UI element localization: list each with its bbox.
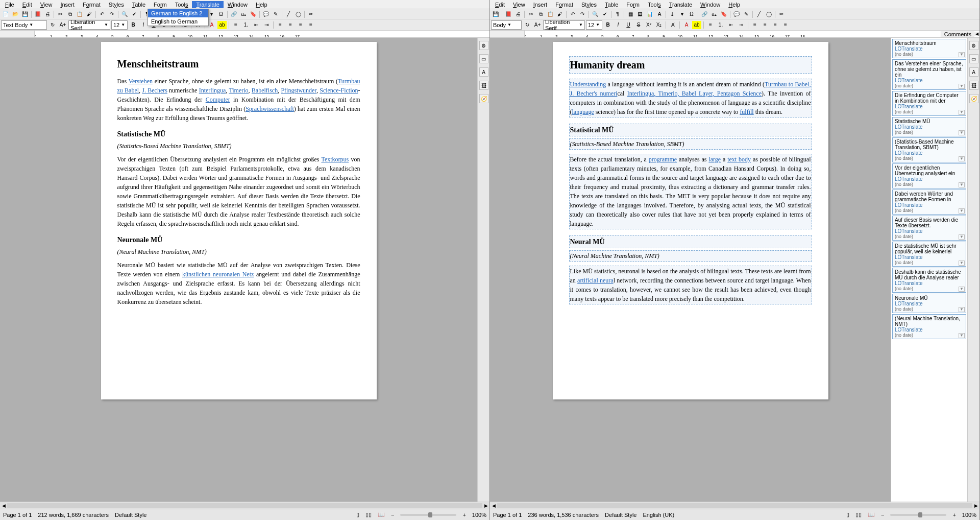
paste-icon[interactable]: 📋 [546,10,555,18]
link[interactable]: language [572,108,594,115]
superscript-icon[interactable]: X² [644,21,653,29]
update-style-icon[interactable]: ↻ [523,21,532,29]
comment-menu-icon[interactable]: ▼ [959,110,965,115]
link[interactable]: Textkorpus [321,156,349,163]
clear-format-icon[interactable]: A̸ [668,21,677,29]
language[interactable]: English (UK) [643,512,674,518]
zoom-out-icon[interactable]: − [881,512,884,518]
zoom-in-icon[interactable]: + [462,512,465,518]
document-page[interactable]: Humanity dream Understanding a language … [553,42,828,399]
link[interactable]: Verstehen [129,78,153,85]
font-name-combo[interactable]: Liberation Serif▼ [68,20,110,30]
page-indicator[interactable]: Page 1 of 1 [493,512,522,518]
spellcheck-icon[interactable]: ✔ [600,10,609,18]
comment-menu-icon[interactable]: ▼ [959,287,965,292]
align-left-icon[interactable]: ≡ [276,21,285,29]
menu-file[interactable]: File [1,1,18,8]
menu-format[interactable]: Format [551,1,577,8]
comment-card[interactable]: (Statistics-Based Machine Translation, S… [892,137,966,162]
link[interactable]: Understanding [570,81,606,88]
link[interactable]: Timerio [229,87,248,94]
field-icon[interactable]: ▾ [677,10,687,18]
menu-view[interactable]: View [509,1,529,8]
properties-panel-icon[interactable]: ⚙ [969,41,978,50]
link[interactable]: Interlingua, Timerio, Babel Layer, Penta… [627,90,762,97]
paste-icon[interactable]: 📋 [75,10,84,18]
menu-edit[interactable]: Edit [491,1,509,8]
comment-card[interactable]: Dabei werden Wörter und grammatische For… [892,190,966,215]
menu-view[interactable]: View [36,1,57,8]
styles-panel-icon[interactable]: A [969,67,978,77]
align-right-icon[interactable]: ≡ [771,21,780,29]
page-scroll[interactable]: Humanity dream Understanding a language … [490,38,891,502]
shapes-icon[interactable]: ◯ [293,10,303,18]
gallery-panel-icon[interactable]: 🖼 [479,81,488,90]
page-scroll[interactable]: Menschheitstraum Das Verstehen einer Spr… [0,38,477,502]
dropdown-item-en2ge[interactable]: English to German [148,17,208,26]
clone-format-icon[interactable]: 🖌 [555,10,565,18]
page-style[interactable]: Default Style [115,512,146,518]
line-icon[interactable]: ╱ [754,10,764,18]
italic-icon[interactable]: I [614,21,623,29]
comment-menu-icon[interactable]: ▼ [959,130,965,135]
styles-panel-icon[interactable]: A [479,67,488,77]
outdent-icon[interactable]: ⇤ [726,21,736,29]
undo-icon[interactable]: ↶ [568,10,577,18]
comment-menu-icon[interactable]: ▼ [959,52,965,57]
export-pdf-icon[interactable]: 📕 [504,10,513,18]
save-icon[interactable]: 💾 [20,10,30,18]
gallery-panel-icon[interactable]: 🖼 [969,81,978,90]
track-changes-icon[interactable]: ✎ [742,10,751,18]
scroll-left-icon[interactable]: ◀ [0,503,7,508]
redo-icon[interactable]: ↷ [578,10,587,18]
menu-table[interactable]: Table [128,1,150,8]
cut-icon[interactable]: ✂ [526,10,535,18]
menu-help[interactable]: Help [252,1,272,8]
horizontal-scrollbar[interactable]: ◀ ▶ [0,502,489,509]
align-center-icon[interactable]: ≡ [286,21,295,29]
pagebreak-icon[interactable]: ⤓ [668,10,677,18]
clone-format-icon[interactable]: 🖌 [85,10,94,18]
cut-icon[interactable]: ✂ [56,10,65,18]
new-style-icon[interactable]: A+ [533,21,542,29]
menu-translate[interactable]: Translate [192,1,223,8]
word-count[interactable]: 236 words, 1,536 characters [528,512,599,518]
zoom-slider[interactable] [400,514,456,516]
zoom-out-icon[interactable]: − [391,512,394,518]
comment-menu-icon[interactable]: ▼ [959,182,965,187]
scroll-right-icon[interactable]: ▶ [482,503,489,508]
word-count[interactable]: 212 words, 1,669 characters [38,512,109,518]
save-icon[interactable]: 💾 [491,10,500,18]
view-book-icon[interactable]: 📖 [868,511,875,518]
open-icon[interactable]: 📂 [11,10,20,18]
nonprinting-icon[interactable]: ¶ [613,10,622,18]
align-justify-icon[interactable]: ≡ [306,21,315,29]
properties-panel-icon[interactable]: ⚙ [479,41,488,50]
scroll-left-icon[interactable]: ◀ [490,503,497,508]
link[interactable]: Babelfisch [252,87,278,94]
comments-collapse-icon[interactable]: ◀ [974,32,979,36]
image-icon[interactable]: 🖼 [635,10,645,18]
horizontal-ruler[interactable]: 1 1 2 3 4 5 6 7 8 9 10 11 12 13 14 15 16… [490,31,979,38]
comment-menu-icon[interactable]: ▼ [959,234,965,240]
paragraph-style-combo[interactable]: Text Body▼ [1,20,47,30]
track-changes-icon[interactable]: ✎ [271,10,280,18]
view-book-icon[interactable]: 📖 [378,511,385,518]
page-panel-icon[interactable]: ▭ [969,54,978,63]
font-size-combo[interactable]: 12▼ [111,20,128,30]
menu-format[interactable]: Format [79,1,105,8]
update-style-icon[interactable]: ↻ [48,21,57,29]
comment-icon[interactable]: 💬 [732,10,741,18]
align-justify-icon[interactable]: ≡ [781,21,790,29]
bullet-list-icon[interactable]: ≡ [706,21,715,29]
comment-card[interactable]: Auf dieser Basis werden die Texte überse… [892,216,966,241]
outdent-icon[interactable]: ⇤ [252,21,261,29]
scroll-right-icon[interactable]: ▶ [972,503,979,508]
horizontal-ruler[interactable]: 1 1 2 3 4 5 6 7 8 9 10 11 12 13 14 15 16… [0,31,489,38]
zoom-in-icon[interactable]: + [952,512,955,518]
table-icon[interactable]: ▦ [626,10,635,18]
font-name-combo[interactable]: Liberation Serif▼ [543,20,585,30]
indent-icon[interactable]: ⇥ [737,21,746,29]
comment-menu-icon[interactable]: ▼ [959,156,965,161]
export-pdf-icon[interactable]: 📕 [33,10,42,18]
